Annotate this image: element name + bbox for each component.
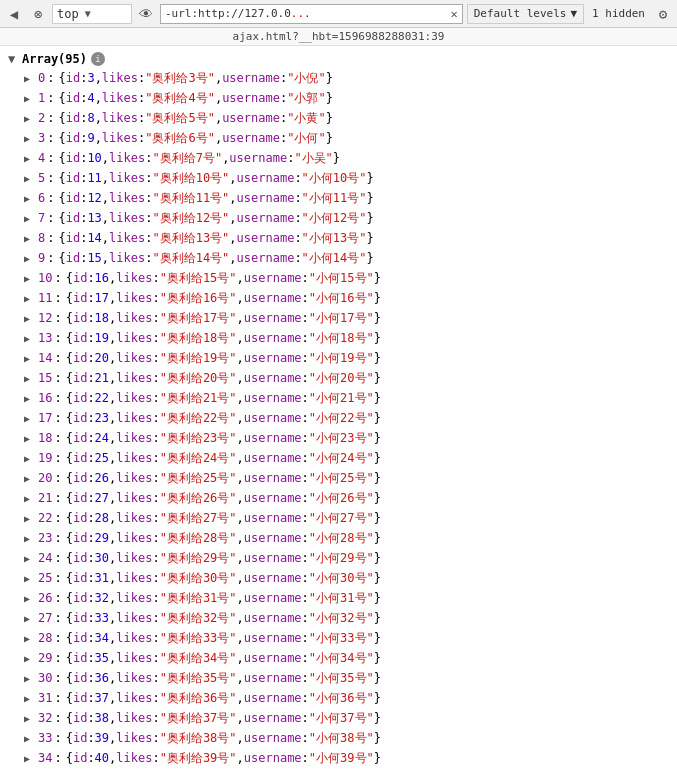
- info-icon[interactable]: i: [91, 52, 105, 66]
- row-index: 18: [38, 429, 52, 447]
- array-header: ▼ Array(95) i: [8, 50, 669, 68]
- gear-icon[interactable]: ⚙: [653, 4, 673, 24]
- list-item: ▶9: {id: 15, likes: "奥利给14号", username: …: [8, 248, 669, 268]
- row-index: 23: [38, 529, 52, 547]
- row-triangle[interactable]: ▶: [24, 731, 34, 746]
- row-index: 9: [38, 249, 45, 267]
- scope-arrow: ▼: [85, 8, 91, 19]
- list-item: ▶28: {id: 34, likes: "奥利给33号", username:…: [8, 628, 669, 648]
- list-item: ▶24: {id: 30, likes: "奥利给29号", username:…: [8, 548, 669, 568]
- json-content: ▼ Array(95) i ▶0: {id: 3, likes: "奥利给3号"…: [0, 46, 677, 769]
- row-index: 16: [38, 389, 52, 407]
- row-triangle[interactable]: ▶: [24, 71, 34, 86]
- row-index: 22: [38, 509, 52, 527]
- row-triangle[interactable]: ▶: [24, 291, 34, 306]
- list-item: ▶21: {id: 27, likes: "奥利给26号", username:…: [8, 488, 669, 508]
- list-item: ▶34: {id: 40, likes: "奥利给39号", username:…: [8, 748, 669, 768]
- url-subbar: ajax.html?__hbt=1596988288031:39: [0, 28, 677, 46]
- row-triangle[interactable]: ▶: [24, 371, 34, 386]
- list-item: ▶25: {id: 31, likes: "奥利给30号", username:…: [8, 568, 669, 588]
- toolbar: ◀ ⊗ top ▼ 👁 -url:http://127.0.0... ✕ Def…: [0, 0, 677, 28]
- row-triangle[interactable]: ▶: [24, 91, 34, 106]
- row-triangle[interactable]: ▶: [24, 671, 34, 686]
- row-index: 19: [38, 449, 52, 467]
- list-item: ▶5: {id: 11, likes: "奥利给10号", username: …: [8, 168, 669, 188]
- row-index: 11: [38, 289, 52, 307]
- subbar-url: ajax.html?__hbt=1596988288031:39: [233, 30, 445, 43]
- url-text: -url:http://127.0.0...: [165, 7, 448, 20]
- row-triangle[interactable]: ▶: [24, 191, 34, 206]
- row-triangle[interactable]: ▶: [24, 151, 34, 166]
- url-clear-icon[interactable]: ✕: [450, 7, 457, 21]
- row-triangle[interactable]: ▶: [24, 591, 34, 606]
- eye-icon[interactable]: 👁: [136, 4, 156, 24]
- row-index: 7: [38, 209, 45, 227]
- array-collapse-triangle[interactable]: ▼: [8, 52, 18, 66]
- row-triangle[interactable]: ▶: [24, 211, 34, 226]
- list-item: ▶33: {id: 39, likes: "奥利给38号", username:…: [8, 728, 669, 748]
- row-triangle[interactable]: ▶: [24, 691, 34, 706]
- row-triangle[interactable]: ▶: [24, 451, 34, 466]
- row-index: 6: [38, 189, 45, 207]
- array-label: Array(95): [22, 52, 87, 66]
- row-index: 15: [38, 369, 52, 387]
- row-index: 33: [38, 729, 52, 747]
- row-index: 12: [38, 309, 52, 327]
- list-item: ▶8: {id: 14, likes: "奥利给13号", username: …: [8, 228, 669, 248]
- row-triangle[interactable]: ▶: [24, 411, 34, 426]
- list-item: ▶14: {id: 20, likes: "奥利给19号", username:…: [8, 348, 669, 368]
- json-rows-container: ▶0: {id: 3, likes: "奥利给3号", username: "小…: [8, 68, 669, 768]
- scope-selector[interactable]: top ▼: [52, 4, 132, 24]
- row-triangle[interactable]: ▶: [24, 171, 34, 186]
- row-index: 28: [38, 629, 52, 647]
- row-triangle[interactable]: ▶: [24, 491, 34, 506]
- row-triangle[interactable]: ▶: [24, 571, 34, 586]
- stop-icon[interactable]: ⊗: [28, 4, 48, 24]
- back-icon[interactable]: ◀: [4, 4, 24, 24]
- row-index: 13: [38, 329, 52, 347]
- list-item: ▶12: {id: 18, likes: "奥利给17号", username:…: [8, 308, 669, 328]
- row-triangle[interactable]: ▶: [24, 611, 34, 626]
- row-triangle[interactable]: ▶: [24, 471, 34, 486]
- row-index: 10: [38, 269, 52, 287]
- row-index: 0: [38, 69, 45, 87]
- list-item: ▶0: {id: 3, likes: "奥利给3号", username: "小…: [8, 68, 669, 88]
- row-index: 31: [38, 689, 52, 707]
- list-item: ▶32: {id: 38, likes: "奥利给37号", username:…: [8, 708, 669, 728]
- list-item: ▶4: {id: 10, likes: "奥利给7号", username: "…: [8, 148, 669, 168]
- list-item: ▶17: {id: 23, likes: "奥利给22号", username:…: [8, 408, 669, 428]
- row-triangle[interactable]: ▶: [24, 271, 34, 286]
- row-triangle[interactable]: ▶: [24, 131, 34, 146]
- row-index: 30: [38, 669, 52, 687]
- list-item: ▶3: {id: 9, likes: "奥利给6号", username: "小…: [8, 128, 669, 148]
- list-item: ▶19: {id: 25, likes: "奥利给24号", username:…: [8, 448, 669, 468]
- row-index: 26: [38, 589, 52, 607]
- row-triangle[interactable]: ▶: [24, 251, 34, 266]
- row-triangle[interactable]: ▶: [24, 711, 34, 726]
- row-triangle[interactable]: ▶: [24, 391, 34, 406]
- row-triangle[interactable]: ▶: [24, 311, 34, 326]
- row-index: 5: [38, 169, 45, 187]
- row-triangle[interactable]: ▶: [24, 651, 34, 666]
- row-triangle[interactable]: ▶: [24, 551, 34, 566]
- row-triangle[interactable]: ▶: [24, 751, 34, 766]
- row-triangle[interactable]: ▶: [24, 511, 34, 526]
- row-triangle[interactable]: ▶: [24, 331, 34, 346]
- list-item: ▶15: {id: 21, likes: "奥利给20号", username:…: [8, 368, 669, 388]
- row-index: 3: [38, 129, 45, 147]
- url-bar[interactable]: -url:http://127.0.0... ✕: [160, 4, 463, 24]
- row-triangle[interactable]: ▶: [24, 231, 34, 246]
- list-item: ▶6: {id: 12, likes: "奥利给11号", username: …: [8, 188, 669, 208]
- list-item: ▶11: {id: 17, likes: "奥利给16号", username:…: [8, 288, 669, 308]
- row-triangle[interactable]: ▶: [24, 531, 34, 546]
- row-index: 32: [38, 709, 52, 727]
- row-triangle[interactable]: ▶: [24, 351, 34, 366]
- list-item: ▶7: {id: 13, likes: "奥利给12号", username: …: [8, 208, 669, 228]
- levels-button[interactable]: Default levels ▼: [467, 4, 584, 24]
- row-triangle[interactable]: ▶: [24, 111, 34, 126]
- row-triangle[interactable]: ▶: [24, 431, 34, 446]
- row-triangle[interactable]: ▶: [24, 631, 34, 646]
- row-index: 27: [38, 609, 52, 627]
- row-index: 4: [38, 149, 45, 167]
- row-index: 29: [38, 649, 52, 667]
